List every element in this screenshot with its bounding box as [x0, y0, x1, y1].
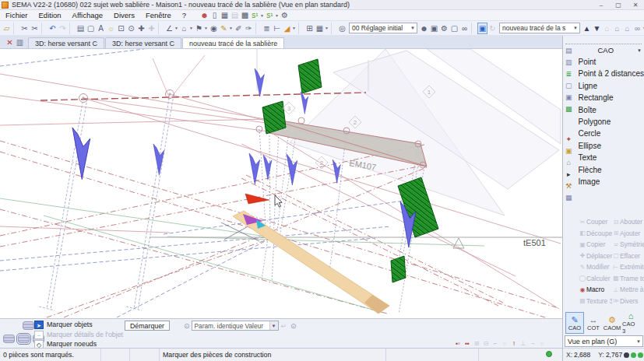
command-sym-trie[interactable]: ≍Symétrie	[612, 239, 644, 251]
sync-disabled-icon[interactable]: ↻	[487, 23, 498, 34]
menu-fichier[interactable]: Fichier	[0, 11, 33, 19]
green-list-icon[interactable]: ≣	[563, 69, 574, 79]
pencil-icon[interactable]: ✎	[219, 23, 229, 34]
tab-3d-herse-versant-c[interactable]: 3D: herse versant C	[28, 37, 104, 48]
command-macro[interactable]: ◉Macro	[579, 284, 612, 296]
marquer-objets-row[interactable]: ➤ Marquer objets	[34, 320, 93, 329]
link-icon[interactable]: ∞	[632, 23, 642, 34]
menu-divers[interactable]: Divers	[108, 11, 140, 19]
red-marker[interactable]	[245, 194, 269, 204]
menu-item[interactable]: ?	[177, 11, 192, 19]
up-icon[interactable]: ▲	[582, 23, 592, 34]
house-down-icon[interactable]: ⌂	[622, 23, 632, 34]
command-d-placer[interactable]: ✚Déplacer	[579, 251, 612, 262]
tablet-icon[interactable]: ▯	[209, 9, 220, 21]
box-icon[interactable]: ▣	[563, 93, 574, 103]
profile-add-icon[interactable]: ☻	[419, 23, 429, 34]
command-extr-mit[interactable]: ⊢Extrémité	[612, 261, 644, 273]
panel-tab-cao-3[interactable]: ⌂CAO 3	[621, 312, 640, 334]
tool-ellipse[interactable]: Ellipse	[575, 140, 644, 152]
layer-stack-icon[interactable]	[23, 321, 34, 330]
house-up-icon[interactable]: ⌂	[612, 23, 622, 34]
tab-3d-herse-versant-c[interactable]: 3D: herse versant C	[105, 37, 181, 48]
command-texture-3d[interactable]: ▦Texture 3D	[579, 296, 612, 307]
print-icon[interactable]: ▤	[76, 23, 86, 34]
command-effacer[interactable]: ▢Effacer	[612, 251, 644, 262]
chevron-down-icon[interactable]: ▼	[637, 48, 644, 53]
camera-gear-icon[interactable]: ⚙	[280, 9, 290, 21]
tool-cercle[interactable]: Cercle	[575, 128, 644, 139]
close-view-icon[interactable]: ✕	[5, 37, 15, 48]
profile-icon[interactable]: ☻	[199, 9, 209, 21]
binoculars-icon[interactable]: ∞	[459, 23, 470, 34]
magnifier-icon[interactable]: ⊙	[126, 23, 136, 34]
pan-icon[interactable]: ✚	[136, 23, 146, 34]
layer-stack-selected-icon[interactable]	[18, 335, 30, 343]
timber-beam[interactable]	[233, 211, 389, 314]
layers-icon[interactable]: ≣	[262, 23, 272, 34]
panel-header[interactable]: CAO ▼	[575, 44, 644, 56]
tool-image[interactable]: Image	[575, 176, 644, 188]
tool-ligne[interactable]: Ligne	[575, 80, 644, 92]
demarquer-button[interactable]: Démarquer	[125, 321, 170, 331]
dimension-icon[interactable]: ⊢	[272, 23, 282, 34]
maximize-button[interactable]: ▢	[610, 2, 627, 9]
command-abouter[interactable]: ⊟Abouter	[612, 216, 644, 228]
menu-fen-tre[interactable]: Fenêtre	[140, 11, 177, 19]
sheet-icon[interactable]: ▤	[563, 46, 574, 56]
wedge-icon[interactable]: ◢	[282, 23, 292, 34]
reglage-combo[interactable]: 00 Réglage initial▼	[349, 23, 417, 33]
texture-icon[interactable]: ▩	[563, 104, 574, 114]
command-ajouter[interactable]: ⊞Ajouter	[612, 228, 644, 240]
expand-arrow-icon[interactable]: ▸	[563, 170, 574, 180]
component-icon[interactable]: ▣	[563, 146, 574, 156]
grid-window-icon[interactable]: ⊞	[304, 23, 315, 34]
undo-icon[interactable]: ↶	[48, 23, 58, 34]
chevron-down-icon[interactable]: ▼	[572, 26, 579, 30]
marquer-details-row[interactable]: ~ Marquer détails de l'objet	[34, 330, 123, 339]
tool-point-2-distances[interactable]: Point à 2 distances	[575, 68, 644, 79]
tool-fl-che[interactable]: Flèche	[575, 164, 644, 176]
tool-rectangle[interactable]: Rectangle	[575, 92, 644, 103]
text-check-icon[interactable]: A	[96, 23, 106, 34]
layer-stack-icon[interactable]	[3, 335, 15, 343]
wedge-icon-chevron[interactable]: ▼	[292, 26, 297, 30]
sheet-copy-icon[interactable]: ▥	[563, 58, 574, 68]
grid-icon[interactable]: ▦	[563, 193, 574, 203]
flag-icon[interactable]: ⚑	[194, 23, 204, 34]
save-blue-icon[interactable]: ▣	[477, 23, 487, 34]
house-icon[interactable]: ⌂	[563, 158, 574, 168]
preset-icon[interactable]: ◎	[337, 23, 347, 34]
view-select[interactable]: Vue en plan (G) ▼	[565, 335, 643, 347]
command-calculer[interactable]: ◯Calculer	[579, 273, 612, 285]
search-gear-icon[interactable]: ⊙	[290, 322, 297, 330]
panel-tab-cao[interactable]: ✎CAO	[565, 312, 584, 334]
cut-all-icon[interactable]: ✂	[30, 23, 40, 34]
sema-s2-icon[interactable]: s¹	[265, 9, 275, 21]
marker-icon[interactable]: ✦	[563, 135, 574, 145]
tools-icon[interactable]: ⚒	[563, 181, 574, 191]
monitor-icon-chevron[interactable]: ▼	[325, 26, 329, 30]
pan-disabled-icon[interactable]: ✚	[146, 23, 157, 34]
close-button[interactable]: ✕	[627, 2, 644, 9]
sema-s1-icon[interactable]: s¹	[250, 9, 260, 21]
monitor-icon[interactable]: ▦	[315, 23, 325, 34]
minimize-button[interactable]: –	[593, 2, 610, 9]
print-disabled-icon[interactable]: ▤	[230, 9, 240, 21]
command-trame-toit[interactable]: ▩Trame toit	[612, 273, 644, 285]
target-icon[interactable]: ◉	[209, 23, 219, 34]
command-couper[interactable]: ✂Couper	[579, 216, 612, 228]
gear-icon[interactable]: ⚙	[439, 23, 449, 34]
command-modifier[interactable]: ✎Modifier	[579, 261, 612, 273]
measure-icon[interactable]: ∠	[164, 23, 174, 34]
lamp-icon[interactable]: ☼	[106, 23, 116, 34]
open-folder-icon[interactable]: ▱	[2, 23, 12, 34]
cut-marked-icon[interactable]: ✂	[19, 23, 30, 34]
command-copier[interactable]: ▣Copier	[579, 239, 612, 251]
tool-bo-te[interactable]: Boîte	[575, 104, 644, 116]
command-d-couper[interactable]: ◧Découper	[579, 228, 612, 240]
menu-affichage[interactable]: Affichage	[67, 11, 108, 19]
save-small-icon[interactable]: ▣	[429, 23, 439, 34]
monitor-export-icon[interactable]: ▦	[220, 9, 230, 21]
panel-tab-cot[interactable]: ↔COT	[584, 312, 603, 334]
